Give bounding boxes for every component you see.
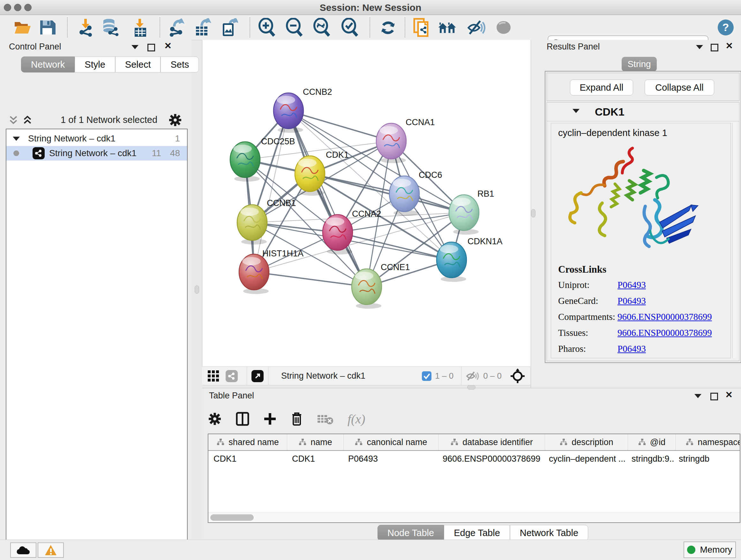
network-node-CCNB1[interactable] <box>237 205 267 245</box>
hidden-eye-icon[interactable] <box>466 371 480 381</box>
tab-select[interactable]: Select <box>115 57 161 72</box>
birds-eye-view-icon[interactable] <box>207 370 220 382</box>
show-columns-icon[interactable] <box>236 412 249 426</box>
string-network-graph[interactable]: CCNB2CCNA1CDC25BCDK1CDC6RB1CCNB1CCNA2CDK… <box>202 40 531 367</box>
crosslink-link[interactable]: P06493 <box>617 280 646 290</box>
tab-style[interactable]: Style <box>75 57 115 72</box>
table-cell[interactable]: cyclin–dependent ... <box>544 451 626 467</box>
network-node-CCNB2[interactable] <box>273 93 304 133</box>
network-node-CDKN1A[interactable] <box>436 242 467 282</box>
table-cell[interactable]: P06493 <box>343 451 437 467</box>
table-row[interactable]: CDK1CDK1P064939606.ENSP00000378699cyclin… <box>208 451 740 467</box>
results-panel-close-icon[interactable]: ✕ <box>726 43 733 49</box>
left-splitter-handle[interactable] <box>195 286 199 294</box>
network-row-selected[interactable]: String Network – cdk1 11 48 <box>6 146 187 161</box>
results-tab-string[interactable]: String <box>622 57 657 71</box>
table-horizontal-scrollbar[interactable] <box>208 512 740 522</box>
scrollbar-thumb[interactable] <box>210 514 254 521</box>
crosslink-link[interactable]: 9606.ENSP00000378699 <box>617 312 712 322</box>
zoom-out-icon[interactable] <box>285 18 304 37</box>
export-image-icon[interactable] <box>219 18 239 37</box>
import-table-icon[interactable] <box>130 18 149 37</box>
network-view-canvas[interactable]: CCNB2CCNA1CDC25BCDK1CDC6RB1CCNB1CCNA2CDK… <box>202 40 531 367</box>
column-header-shared-name[interactable]: shared name <box>208 434 287 450</box>
apply-layout-icon[interactable] <box>379 18 398 37</box>
right-splitter-handle[interactable] <box>531 209 536 217</box>
table-cell[interactable]: 9606.ENSP00000378699 <box>437 451 544 467</box>
collection-expand-icon[interactable] <box>13 137 20 141</box>
memory-button[interactable]: Memory <box>684 542 736 558</box>
cdk1-collapse-icon[interactable] <box>572 109 580 113</box>
table-cell[interactable]: stringdb <box>674 451 740 467</box>
column-header--id[interactable]: @id <box>628 434 676 450</box>
collapse-all-icon[interactable] <box>9 115 20 126</box>
show-all-icon[interactable] <box>494 18 513 37</box>
collapse-all-button[interactable]: Collapse All <box>645 79 714 96</box>
selected-checkbox-icon[interactable] <box>421 371 432 381</box>
zoom-fit-icon[interactable] <box>312 18 331 37</box>
tab-edge-table[interactable]: Edge Table <box>444 525 510 541</box>
bottom-splitter-handle[interactable] <box>467 385 475 389</box>
table-cell[interactable]: stringdb:9... <box>626 451 674 467</box>
network-node-CCNE1[interactable] <box>352 269 382 309</box>
export-network-icon[interactable] <box>167 18 186 37</box>
warnings-button[interactable] <box>38 543 64 558</box>
results-scrollbar[interactable] <box>732 123 737 358</box>
tab-network[interactable]: Network <box>21 57 75 72</box>
crosslink-link[interactable]: 9606.ENSP00000378699 <box>617 327 712 338</box>
delete-column-icon[interactable] <box>291 412 303 426</box>
hide-selected-icon[interactable] <box>467 18 486 37</box>
delete-table-icon[interactable] <box>317 413 333 425</box>
zoom-in-icon[interactable] <box>257 18 276 37</box>
import-network-from-database-icon[interactable] <box>101 18 120 37</box>
save-session-icon[interactable] <box>38 18 57 37</box>
column-header-database-identifier[interactable]: database identifier <box>439 434 545 450</box>
tab-network-table[interactable]: Network Table <box>510 525 588 541</box>
fit-content-crosshair-icon[interactable] <box>510 368 525 384</box>
table-panel-float-icon[interactable] <box>694 394 701 398</box>
tab-node-table[interactable]: Node Table <box>378 525 444 541</box>
function-builder-icon[interactable]: f(x) <box>347 412 365 427</box>
cloud-status-button[interactable] <box>10 543 37 558</box>
column-header-namespace[interactable]: namespace <box>676 434 740 450</box>
network-node-CDC6[interactable] <box>389 176 419 216</box>
duplicate-network-icon[interactable] <box>412 18 431 37</box>
column-header-description[interactable]: description <box>545 434 628 450</box>
crosslink-link[interactable]: P06493 <box>617 344 646 354</box>
results-panel-float-icon[interactable] <box>696 45 703 49</box>
control-panel-maximize-icon[interactable] <box>147 44 155 51</box>
control-panel-float-icon[interactable] <box>131 45 138 49</box>
results-panel-maximize-icon[interactable] <box>711 44 718 51</box>
table-panel: Table Panel ✕ f(x) shared namenamecanoni… <box>202 388 741 540</box>
column-header-label: @id <box>650 437 665 447</box>
table-panel-close-icon[interactable]: ✕ <box>725 392 733 398</box>
network-node-RB1[interactable] <box>449 195 479 235</box>
cdk1-section-header[interactable]: CDK1 <box>547 103 739 121</box>
control-panel-close-icon[interactable]: ✕ <box>164 43 172 49</box>
open-session-icon[interactable] <box>13 18 32 37</box>
first-neighbors-icon[interactable] <box>438 18 457 37</box>
network-node-HIST1H1A[interactable] <box>239 254 269 294</box>
expand-all-icon[interactable] <box>23 115 34 126</box>
table-panel-maximize-icon[interactable] <box>711 393 718 400</box>
expand-all-button[interactable]: Expand All <box>570 79 633 96</box>
network-collection-row[interactable]: String Network – cdk1 1 <box>6 131 187 146</box>
column-header-name[interactable]: name <box>287 434 344 450</box>
string-view-icon[interactable] <box>226 370 238 382</box>
add-column-icon[interactable] <box>263 412 277 426</box>
open-in-window-icon[interactable] <box>252 370 264 382</box>
export-table-icon[interactable] <box>193 18 212 37</box>
table-options-gear-icon[interactable] <box>208 412 222 426</box>
column-header-canonical-name[interactable]: canonical name <box>344 434 439 450</box>
table-cell[interactable]: CDK1 <box>208 451 287 467</box>
crosslink-label: Tissues: <box>558 327 617 338</box>
network-node-CDC25B[interactable] <box>230 142 260 182</box>
help-icon[interactable]: ? <box>716 18 735 37</box>
table-cell[interactable]: CDK1 <box>287 451 343 467</box>
network-node-CCNA1[interactable] <box>376 123 406 163</box>
crosslink-link[interactable]: P06493 <box>617 296 646 306</box>
import-network-icon[interactable] <box>76 18 95 37</box>
network-options-gear-icon[interactable] <box>169 113 182 127</box>
zoom-selected-icon[interactable] <box>340 18 359 37</box>
tab-sets[interactable]: Sets <box>160 57 199 72</box>
